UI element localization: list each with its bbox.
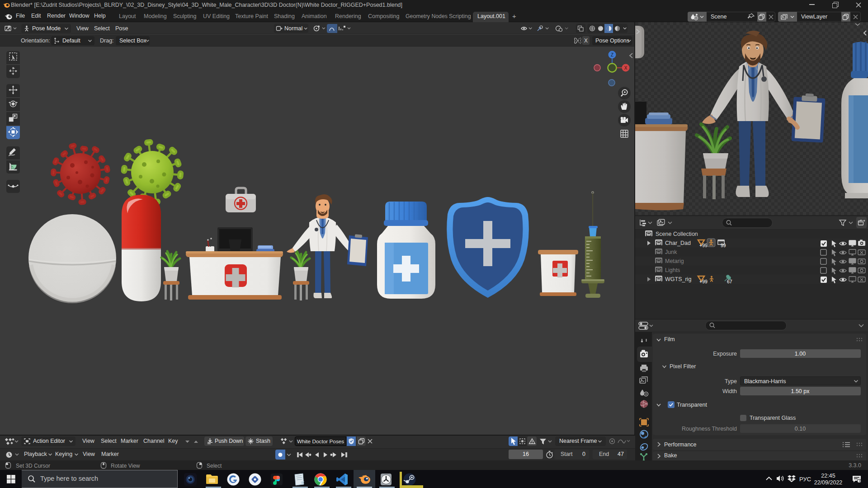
svg-text:67: 67 [727, 279, 732, 284]
svg-text:Junk: Junk [665, 249, 677, 255]
svg-text:Char_Dad: Char_Dad [665, 240, 691, 246]
svg-text:99: 99 [721, 243, 726, 248]
svg-text:Scene Collection: Scene Collection [656, 231, 698, 237]
svg-text:+99: +99 [699, 279, 708, 284]
svg-text:WGTS_rig: WGTS_rig [665, 276, 691, 282]
svg-text:Lights: Lights [665, 267, 680, 273]
svg-text:Metarig: Metarig [665, 258, 684, 264]
svg-text:Z: Z [611, 52, 613, 57]
svg-text:X: X [624, 66, 627, 70]
svg-text:+99: +99 [699, 243, 708, 248]
